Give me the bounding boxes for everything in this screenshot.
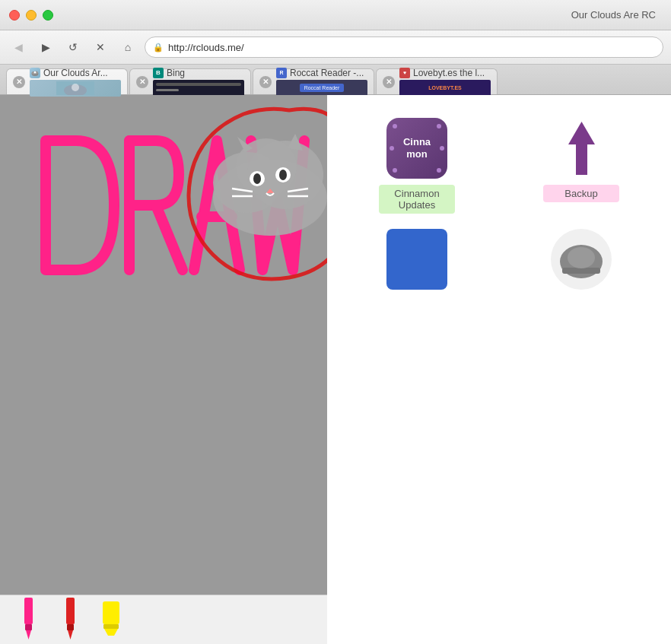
svg-point-5: [35, 72, 36, 73]
reload-button[interactable]: ↺: [62, 36, 84, 58]
app-item-4[interactable]: [507, 229, 656, 290]
cinnamon-icon: Cinnamon: [386, 118, 447, 179]
tabs-bar: ✕ Our Clouds Ar...: [0, 65, 671, 95]
svg-point-17: [279, 170, 287, 180]
red-marker-tool[interactable]: [57, 598, 84, 642]
cinnamon-app-label: CinnamonUpdates: [379, 185, 455, 214]
drawing-toolbar: [0, 595, 327, 644]
app-icon-4: [551, 229, 612, 290]
stop-button[interactable]: ✕: [90, 36, 111, 58]
url-text: http://rclouds.me/: [168, 42, 244, 53]
svg-point-37: [568, 247, 595, 268]
app-grid: Cinnamon CinnamonUpdates Backup: [342, 110, 656, 290]
svg-rect-26: [25, 624, 32, 630]
home-button[interactable]: ⌂: [117, 36, 138, 58]
backup-app-label: Backup: [543, 185, 619, 202]
tab-label-1: Our Clouds Ar...: [43, 68, 121, 78]
canvas-area[interactable]: [0, 95, 327, 644]
title-bar: Our Clouds Are RC: [0, 0, 671, 30]
tab-label-4: Lovebyt.es the l...: [413, 68, 491, 78]
address-bar[interactable]: 🔒 http://rclouds.me/: [145, 36, 663, 58]
tab-close-4[interactable]: ✕: [383, 76, 395, 88]
pink-marker-tool[interactable]: [15, 598, 42, 642]
maximize-button[interactable]: [43, 10, 53, 21]
backup-app[interactable]: Backup: [507, 118, 656, 214]
tab-close-1[interactable]: ✕: [13, 76, 25, 88]
tab-close-2[interactable]: ✕: [136, 76, 148, 88]
backup-icon: [551, 118, 612, 179]
svg-rect-29: [67, 624, 74, 630]
app-icon-3: [386, 229, 447, 290]
tab-label-3: Roccat Reader -...: [290, 68, 367, 78]
svg-rect-36: [562, 268, 600, 274]
yellow-highlighter-tool[interactable]: [99, 601, 129, 639]
window-title: Our Clouds Are RC: [571, 9, 656, 21]
cloud-logo-area: [198, 106, 327, 251]
svg-rect-28: [66, 598, 75, 624]
tab-bing[interactable]: ✕ B Bing: [129, 68, 251, 94]
right-panel: Cinnamon CinnamonUpdates Backup: [327, 95, 671, 644]
app-item-3[interactable]: [342, 229, 491, 290]
minimize-button[interactable]: [26, 10, 37, 21]
navigation-toolbar: ◀ ▶ ↺ ✕ ⌂ 🔒 http://rclouds.me/: [0, 30, 671, 65]
back-button[interactable]: ◀: [8, 36, 29, 58]
svg-point-8: [72, 84, 79, 91]
cloud-logo-svg: [198, 106, 327, 251]
svg-marker-34: [568, 122, 595, 175]
svg-rect-32: [103, 624, 119, 629]
svg-rect-25: [24, 598, 33, 624]
svg-marker-30: [68, 630, 73, 639]
main-content: Cinnamon CinnamonUpdates Backup: [0, 95, 671, 644]
forward-button[interactable]: ▶: [35, 36, 56, 58]
svg-rect-31: [103, 601, 119, 624]
window-controls: [9, 10, 53, 21]
tab-label-2: Bing: [167, 68, 244, 78]
svg-point-16: [253, 173, 261, 184]
close-button[interactable]: [9, 10, 20, 21]
svg-point-4: [34, 72, 35, 73]
svg-marker-33: [104, 629, 118, 636]
lock-icon: 🔒: [153, 43, 164, 52]
svg-marker-27: [26, 630, 31, 639]
tab-close-3[interactable]: ✕: [259, 76, 272, 88]
tab-our-clouds[interactable]: ✕ Our Clouds Ar...: [6, 68, 128, 94]
tab-roccat-reader[interactable]: ✕ R Roccat Reader -... Roccat Reader: [253, 68, 374, 94]
tab-lovebytes[interactable]: ✕ ♥ Lovebyt.es the l... LOVEBYT.ES: [376, 68, 498, 94]
cinnamon-icon-text: Cinnamon: [403, 136, 431, 160]
cinnamon-updates-app[interactable]: Cinnamon CinnamonUpdates: [342, 118, 491, 214]
